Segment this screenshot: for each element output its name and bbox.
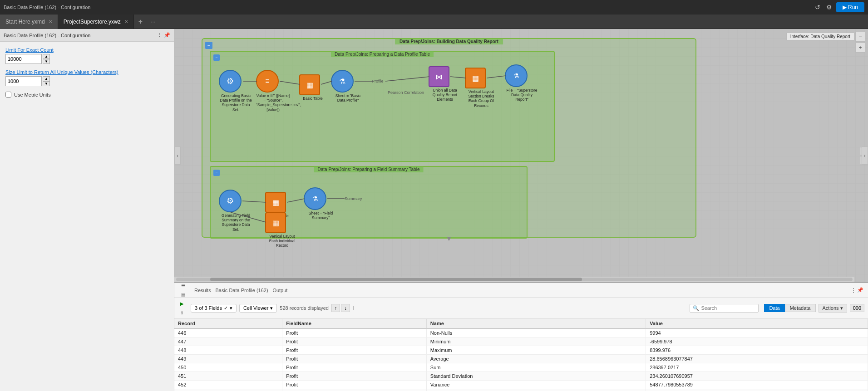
- tab-project-close[interactable]: ✕: [124, 19, 128, 24]
- results-more-icon[interactable]: ⋮: [851, 287, 856, 293]
- results-left-sidebar: ▶ ℹ: [178, 299, 186, 317]
- tab-bar: Start Here.yxmd ✕ ProjectSuperstore.yxwz…: [0, 15, 868, 29]
- node-union[interactable]: ⋈ Union all Data Quality Report Elements: [429, 66, 461, 102]
- exact-count-label[interactable]: Limit For Exact Count: [5, 47, 168, 53]
- results-table-wrap[interactable]: Record FieldName Name Value 446ProfitNon…: [174, 319, 868, 391]
- size-limit-field: Size Limit to Return All Unique Values (…: [5, 69, 168, 86]
- pin-icon[interactable]: 📌: [164, 32, 170, 38]
- search-box: 🔍: [690, 304, 759, 313]
- collapse-left-button[interactable]: ‹: [174, 147, 181, 165]
- tab-project[interactable]: ProjectSuperstore.yxwz ✕: [58, 15, 134, 29]
- cell-field: Profit: [282, 337, 427, 346]
- profile-connector-label: Profile: [372, 79, 384, 83]
- table-row[interactable]: 452ProfitVariance54877.7980553789: [174, 381, 868, 389]
- cell-value: 8399.976: [646, 346, 868, 355]
- cell-name: Uniques: [426, 389, 646, 391]
- table-row[interactable]: 446ProfitNon-Nulls9994: [174, 328, 868, 337]
- inner-group-summary-toggle[interactable]: −: [213, 170, 220, 176]
- exact-count-input-group: ▲ ▼: [5, 54, 168, 64]
- zoom-in-button[interactable]: +: [855, 43, 865, 53]
- more-icon[interactable]: ⋮: [157, 32, 162, 38]
- tab-start-close[interactable]: ✕: [49, 19, 52, 24]
- cell-field: Profit: [282, 363, 427, 372]
- size-limit-spinner: ▲ ▼: [43, 76, 50, 86]
- cell-record: 450: [174, 363, 282, 372]
- tab-start[interactable]: Start Here.yxmd ✕: [0, 15, 58, 29]
- app-title: Basic Data Profile (162) - Configuration: [4, 5, 90, 10]
- node-vertical-layout-2[interactable]: ▦ Vertical Layout Each Individual Record: [265, 212, 299, 248]
- exact-count-input[interactable]: [5, 54, 42, 64]
- table-row[interactable]: 447ProfitMinimum-6599.978: [174, 337, 868, 346]
- cell-name: Sum: [426, 363, 646, 372]
- cell-value: 9994: [646, 328, 868, 337]
- table-header-row: Record FieldName Name Value: [174, 319, 868, 328]
- bottom-arrow: ▼: [446, 235, 452, 242]
- run-status-icon[interactable]: ▶: [178, 299, 186, 308]
- size-limit-input[interactable]: [5, 76, 42, 86]
- exact-count-up[interactable]: ▲: [43, 54, 50, 59]
- table-row[interactable]: 448ProfitMaximum8399.976: [174, 346, 868, 355]
- cell-field: Profit: [282, 328, 427, 337]
- size-limit-label[interactable]: Size Limit to Return All Unique Values (…: [5, 69, 168, 75]
- results-pin-icon[interactable]: 📌: [857, 287, 863, 293]
- data-tab-button[interactable]: Data: [764, 304, 784, 312]
- table-row[interactable]: 450ProfitSum286397.0217: [174, 363, 868, 372]
- inner-group-summary-label: Data Prep/Joins: Preparing a Field Summa…: [314, 166, 424, 172]
- results-three-dots[interactable]: 000: [850, 304, 864, 312]
- info-icon[interactable]: ℹ: [178, 308, 186, 317]
- horizontal-scrollbar[interactable]: [174, 277, 854, 282]
- results-table: Record FieldName Name Value 446ProfitNon…: [174, 319, 868, 391]
- cell-record: 447: [174, 337, 282, 346]
- cell-value: 7287: [646, 389, 868, 391]
- node-file-report[interactable]: ⚗ File = "Superstore Data Quality Report…: [505, 64, 539, 102]
- node-sheet-summary[interactable]: ⚗ Sheet = "Field Summary": [304, 187, 338, 220]
- table-row[interactable]: 451ProfitStandard Deviation234.260107690…: [174, 372, 868, 381]
- cell-name: Average: [426, 355, 646, 363]
- metric-units-checkbox[interactable]: [5, 92, 11, 98]
- actions-chevron: ▾: [840, 305, 843, 311]
- size-limit-up[interactable]: ▲: [43, 76, 50, 81]
- sort-up-button[interactable]: ↑: [331, 304, 340, 312]
- interface-label: Interface: Data Quality Report: [786, 33, 854, 40]
- sort-down-button[interactable]: ↓: [341, 304, 350, 312]
- node-basic-table-1[interactable]: ▦ Basic Table: [299, 74, 326, 101]
- table-row[interactable]: 449ProfitAverage28.6568963077847: [174, 355, 868, 363]
- h-scroll-thumb[interactable]: [210, 278, 582, 281]
- canvas-area: Interface: Data Quality Report Data Prep…: [174, 29, 868, 391]
- cell-record: 451: [174, 372, 282, 381]
- cell-viewer-button[interactable]: Cell Viewer ▾: [239, 304, 277, 313]
- tab-more-button[interactable]: ···: [147, 19, 159, 25]
- exact-count-down[interactable]: ▼: [43, 59, 50, 64]
- settings-icon[interactable]: ⚙: [824, 2, 834, 12]
- run-button[interactable]: ▶ Run: [836, 2, 864, 12]
- node-sheet-profile[interactable]: ⚗ Sheet = "Basic Data Profile": [331, 70, 365, 103]
- col-record: Record: [174, 319, 282, 328]
- cell-field: Profit: [282, 355, 427, 363]
- tab-add-button[interactable]: +: [134, 18, 147, 26]
- actions-button[interactable]: Actions ▾: [819, 304, 847, 313]
- workflow-canvas[interactable]: Interface: Data Quality Report Data Prep…: [174, 29, 868, 282]
- h-scroll-track: [176, 278, 853, 281]
- fields-badge-check: ✓: [224, 305, 228, 311]
- node-generating-profile[interactable]: ⚙ Generating Basic Data Profile on the S…: [219, 70, 253, 112]
- node-value-iif[interactable]: ≡ Value = IIF ([Name] = "Source", "Sampl…: [256, 70, 290, 112]
- zoom-out-button[interactable]: −: [855, 32, 865, 42]
- results-header-right: ⋮ 📌: [851, 287, 863, 293]
- table-row[interactable]: 453ProfitUniques7287: [174, 389, 868, 391]
- metadata-tab-button[interactable]: Metadata: [785, 304, 816, 312]
- list-icon[interactable]: ☰: [179, 282, 187, 290]
- search-input[interactable]: [701, 305, 755, 311]
- canvas-controls: − +: [855, 32, 865, 53]
- metric-units-label: Use Metric Units: [14, 92, 51, 98]
- inner-group-profile-toggle[interactable]: −: [213, 54, 220, 61]
- outer-group-toggle[interactable]: −: [205, 42, 212, 49]
- cell-field: Profit: [282, 372, 427, 381]
- size-limit-down[interactable]: ▼: [43, 81, 50, 86]
- node-vertical-layout-1[interactable]: ▦ Vertical Layout Section Breaks Each Gr…: [465, 68, 498, 108]
- svg-line-5: [385, 77, 429, 81]
- collapse-right-button[interactable]: ›: [862, 147, 868, 165]
- node-generating-summary[interactable]: ⚙ Generating Field Summary on the Supers…: [219, 190, 253, 232]
- results-panel: ☰ ▤ Results - Basic Data Profile (162) -…: [174, 282, 868, 391]
- refresh-icon[interactable]: ↺: [813, 2, 823, 12]
- fields-badge[interactable]: 3 of 3 Fields ✓ ▾: [191, 304, 237, 313]
